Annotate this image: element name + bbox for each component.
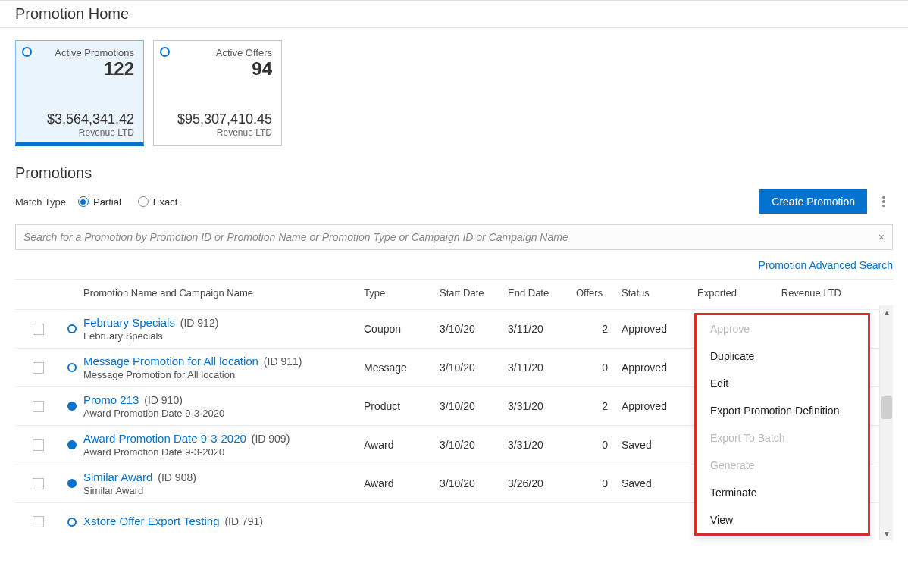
card-label: Active Promotions	[25, 47, 134, 58]
cell-end-date: 3/31/20	[508, 400, 576, 412]
col-status: Status	[622, 287, 697, 299]
cell-offers: 0	[576, 439, 622, 451]
cell-offers: 0	[576, 361, 622, 374]
radio-label: Partial	[93, 196, 121, 208]
row-checkbox[interactable]	[33, 362, 44, 374]
search-placeholder: Search for a Promotion by Promotion ID o…	[23, 231, 568, 243]
cell-status: Approved	[622, 400, 697, 412]
cell-offers: 0	[576, 477, 622, 489]
cell-start-date: 3/10/20	[440, 323, 508, 335]
cell-end-date: 3/11/20	[508, 361, 576, 374]
promotion-id: (ID 791)	[222, 515, 263, 527]
menu-item-view[interactable]: View	[697, 506, 868, 533]
page-actions-menu-icon[interactable]	[875, 192, 893, 211]
campaign-name: February Specials	[83, 330, 356, 342]
menu-item-export-to-batch: Export To Batch	[697, 424, 868, 452]
card-label: Active Offers	[163, 47, 272, 58]
status-bullet-icon	[67, 440, 77, 449]
menu-item-generate: Generate	[697, 452, 868, 479]
menu-item-duplicate[interactable]: Duplicate	[697, 342, 868, 370]
cell-status: Approved	[622, 323, 697, 335]
menu-item-approve: Approve	[697, 315, 868, 342]
scroll-thumb[interactable]	[881, 396, 892, 419]
controls-row: Match Type PartialExact Create Promotion	[15, 189, 893, 214]
create-promotion-button[interactable]: Create Promotion	[759, 189, 867, 214]
status-bullet-icon	[67, 402, 77, 411]
status-bullet-icon	[67, 518, 77, 527]
col-revenue: Revenue LTD	[766, 287, 841, 299]
table-header: Promotion Name and Campaign Name Type St…	[15, 280, 893, 309]
promotion-name-link[interactable]: February Specials	[83, 316, 175, 329]
summary-cards: Active Promotions122$3,564,341.42Revenue…	[15, 40, 893, 146]
cell-start-date: 3/10/20	[440, 361, 508, 374]
row-checkbox[interactable]	[33, 324, 44, 335]
cell-start-date: 3/10/20	[440, 477, 508, 489]
col-start: Start Date	[440, 287, 508, 299]
match-type-radio-exact[interactable]: Exact	[138, 196, 178, 208]
row-checkbox[interactable]	[33, 439, 44, 451]
row-checkbox[interactable]	[33, 478, 44, 489]
row-checkbox[interactable]	[33, 516, 44, 527]
campaign-name: Award Promotion Date 9-3-2020	[83, 446, 356, 458]
cell-type: Message	[364, 361, 440, 374]
promotion-name-link[interactable]: Similar Award	[83, 471, 152, 483]
cell-start-date: 3/10/20	[440, 400, 508, 412]
promotions-table: Promotion Name and Campaign Name Type St…	[15, 279, 893, 540]
col-type: Type	[364, 287, 440, 299]
right-controls: Create Promotion	[759, 189, 893, 214]
page-title: Promotion Home	[15, 5, 893, 23]
promotion-name-link[interactable]: Xstore Offer Export Testing	[83, 514, 220, 527]
radio-label: Exact	[153, 196, 178, 208]
scroll-down-icon[interactable]: ▼	[880, 527, 894, 540]
page-header: Promotion Home	[0, 0, 908, 28]
cell-status: Saved	[622, 439, 697, 451]
radio-icon	[138, 196, 149, 207]
match-type-group: Match Type PartialExact	[15, 196, 177, 208]
promotion-id: (ID 912)	[177, 317, 218, 329]
promotion-name-link[interactable]: Promo 213	[83, 393, 139, 406]
cell-offers: 2	[576, 323, 622, 335]
menu-item-edit[interactable]: Edit	[697, 370, 868, 397]
row-checkbox[interactable]	[33, 401, 44, 412]
advanced-search-link[interactable]: Promotion Advanced Search	[759, 259, 893, 271]
search-input[interactable]: Search for a Promotion by Promotion ID o…	[15, 224, 893, 250]
vertical-scrollbar[interactable]: ▲ ▼	[879, 305, 893, 540]
col-offers: Offers	[576, 287, 622, 299]
advanced-search-row: Promotion Advanced Search	[15, 259, 893, 271]
menu-item-terminate[interactable]: Terminate	[697, 479, 868, 506]
promotion-id: (ID 911)	[261, 355, 302, 368]
cell-type: Product	[364, 400, 440, 412]
menu-item-export-promotion-definition[interactable]: Export Promotion Definition	[697, 397, 868, 424]
cell-type: Coupon	[364, 323, 440, 335]
scroll-up-icon[interactable]: ▲	[880, 305, 894, 319]
promotion-id: (ID 909)	[249, 433, 290, 445]
cell-status: Saved	[622, 477, 697, 489]
clear-search-icon[interactable]: ×	[878, 231, 885, 243]
card-revenue-label: Revenue LTD	[25, 127, 134, 138]
cell-start-date: 3/10/20	[440, 439, 508, 451]
promotion-id: (ID 908)	[155, 471, 196, 483]
cell-end-date: 3/26/20	[508, 477, 576, 489]
cell-end-date: 3/31/20	[508, 439, 576, 451]
promotion-name-link[interactable]: Message Promotion for All location	[83, 355, 258, 368]
promotion-name-link[interactable]: Award Promotion Date 9-3-2020	[83, 432, 246, 445]
status-bullet-icon	[67, 324, 77, 333]
summary-card[interactable]: Active Promotions122$3,564,341.42Revenue…	[15, 40, 144, 146]
match-type-radio-partial[interactable]: Partial	[78, 196, 121, 208]
promotion-id: (ID 910)	[141, 394, 182, 406]
cell-offers: 2	[576, 400, 622, 412]
cell-end-date: 3/11/20	[508, 323, 576, 335]
col-exported: Exported	[697, 287, 766, 299]
status-bullet-icon	[67, 363, 77, 372]
card-bullet-icon	[160, 47, 170, 57]
row-context-menu: ApproveDuplicateEditExport Promotion Def…	[694, 313, 870, 536]
col-end: End Date	[508, 287, 576, 299]
card-count: 122	[25, 58, 134, 80]
card-revenue-label: Revenue LTD	[163, 127, 272, 138]
radio-icon	[78, 196, 89, 207]
card-bullet-icon	[22, 47, 32, 57]
summary-card[interactable]: Active Offers94$95,307,410.45Revenue LTD	[153, 40, 282, 146]
cell-type: Award	[364, 477, 440, 489]
campaign-name: Similar Award	[83, 485, 356, 496]
status-bullet-icon	[67, 479, 77, 488]
